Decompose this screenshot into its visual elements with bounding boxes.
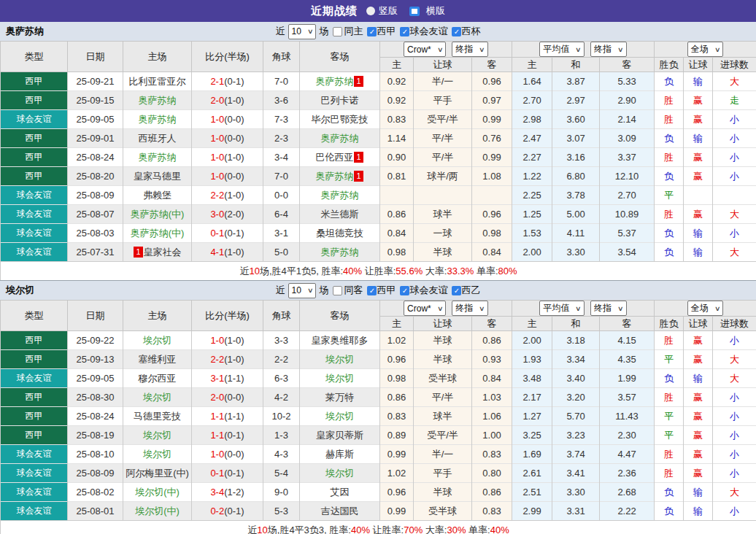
team-label: 赫库斯 xyxy=(325,449,354,460)
away-team-cell: 埃尔切 xyxy=(300,350,380,369)
avg-draw-odds-cell: 3.20 xyxy=(552,388,600,407)
team-label: 奥萨苏纳 xyxy=(139,114,177,125)
match-count-select[interactable]: 10∨ xyxy=(288,283,317,298)
team-label: 埃尔切 xyxy=(325,411,354,422)
handicap-result-cell: 赢 xyxy=(684,445,713,464)
crow-home-odds-cell: 0.99 xyxy=(380,445,414,464)
fulltime-score: 0-1 xyxy=(210,468,224,479)
goals-result-cell: 大 xyxy=(713,205,756,224)
goals-result-cell: 小 xyxy=(713,224,756,243)
home-team-cell: 比利亚雷亚尔 xyxy=(123,72,192,91)
final-odds-select[interactable]: 终指∨ xyxy=(452,301,488,316)
goals-result-cell: 走 xyxy=(713,91,756,110)
fulltime-score: 3-4 xyxy=(210,487,224,498)
crow-home-odds-cell: 1.02 xyxy=(380,464,414,483)
crow-home-odds-cell: 0.86 xyxy=(380,388,414,407)
away-team-cell: 奥萨苏纳1 xyxy=(300,167,380,186)
fulltime-score: 2-0 xyxy=(210,95,224,106)
crow-handicap-cell xyxy=(414,186,472,205)
final-odds-select[interactable]: 终指∨ xyxy=(452,42,488,57)
match-row: 球会友谊25-09-05穆尔西亚3-1(1-1)6-3埃尔切0.98受半球0.8… xyxy=(1,369,756,388)
team-label: 艾因 xyxy=(331,487,350,498)
goals-result-cell: 小 xyxy=(713,148,756,167)
avg-away-odds-cell: 2.90 xyxy=(600,91,655,110)
corners-cell: 3-4 xyxy=(263,148,300,167)
halftime-score: (1-1) xyxy=(224,411,244,422)
col-corner: 角球 xyxy=(263,42,300,72)
goals-result-cell: 大 xyxy=(713,483,756,502)
avg-draw-odds-cell: 5.00 xyxy=(552,205,600,224)
page-title: 近期战绩 xyxy=(311,4,358,18)
goals-result-cell: 小 xyxy=(713,426,756,445)
handicap-result-cell: 输 xyxy=(684,129,713,148)
scope-select[interactable]: 全场∨ xyxy=(687,301,724,316)
subcol-avg-away: 客 xyxy=(600,317,655,331)
league-checkbox-0[interactable]: ✓ xyxy=(367,27,377,36)
league-type-cell: 西甲 xyxy=(1,148,68,167)
score-cell: 2-2(1-0) xyxy=(192,350,263,369)
average-select[interactable]: 平均值∨ xyxy=(539,301,585,316)
match-count-select[interactable]: 10∨ xyxy=(288,24,317,39)
radio-selected-icon[interactable] xyxy=(409,7,420,16)
league-checkbox-1[interactable]: ✓ xyxy=(400,27,409,36)
subcol-handicap-result: 让球 xyxy=(684,317,713,331)
score-cell: 3-0(2-0) xyxy=(192,205,263,224)
crow-away-odds-cell: 1.00 xyxy=(472,426,512,445)
results-table: 类型 日期 主场 比分(半场) 角球 客场 Crow*∨ 终指∨ 平均值∨ 终指… xyxy=(0,41,756,280)
halftime-score: (1-0) xyxy=(224,95,244,106)
chevron-down-icon: ∨ xyxy=(575,305,582,312)
crow-handicap-cell: 半球 xyxy=(414,350,472,369)
col-corner: 角球 xyxy=(263,301,300,331)
avg-draw-odds-cell: 3.18 xyxy=(552,331,600,350)
scope-value: 全场 xyxy=(691,302,709,314)
scope-select[interactable]: 全场∨ xyxy=(687,42,724,57)
odds-source-select[interactable]: Crow*∨ xyxy=(404,301,446,316)
league-checkbox-2[interactable]: ✓ xyxy=(452,286,461,295)
radio-icon[interactable] xyxy=(366,7,375,15)
odds-source-select[interactable]: Crow*∨ xyxy=(404,42,446,57)
goals-result-cell: 大 xyxy=(713,350,756,369)
same-venue-checkbox[interactable] xyxy=(333,27,342,36)
final-odds-select-2[interactable]: 终指∨ xyxy=(590,301,627,316)
avg-home-odds-cell: 1.69 xyxy=(512,445,552,464)
halftime-score: (0-0) xyxy=(224,114,244,125)
date-cell: 25-09-05 xyxy=(68,369,123,388)
team-label: 塞维利亚 xyxy=(139,354,177,365)
average-select[interactable]: 平均值∨ xyxy=(539,42,585,57)
crow-home-odds-cell: 0.92 xyxy=(380,72,414,91)
score-cell: 1-0(1-0) xyxy=(192,331,263,350)
league-checkbox-0[interactable]: ✓ xyxy=(367,286,377,295)
average-value: 平均值 xyxy=(543,302,569,314)
date-cell: 25-08-01 xyxy=(68,502,123,521)
result-cell: 胜 xyxy=(655,91,684,110)
chevron-down-icon: ∨ xyxy=(437,46,444,53)
layout-option-horizontal[interactable]: 横版 xyxy=(406,4,445,18)
halftime-score: (1-0) xyxy=(224,190,244,201)
crow-home-odds-cell: 0.98 xyxy=(380,243,414,262)
radio-label: 横版 xyxy=(426,4,445,18)
filter-bar: 埃尔切 近 10∨ 场 同客 ✓西甲 ✓球会友谊 ✓西乙 xyxy=(0,280,756,300)
team-label: 奥萨苏纳 xyxy=(321,190,359,201)
crow-handicap-cell: 平手 xyxy=(414,464,472,483)
home-team-cell: 埃尔切(中) xyxy=(123,483,192,502)
avg-away-odds-cell: 2.14 xyxy=(600,110,655,129)
home-team-cell: 埃尔切 xyxy=(123,388,192,407)
away-team-cell: 奥萨苏纳1 xyxy=(300,72,380,91)
home-team-cell: 弗赖堡 xyxy=(123,186,192,205)
goals-result-cell: 大 xyxy=(713,369,756,388)
away-team-cell: 奥萨苏纳 xyxy=(300,129,380,148)
away-team-cell: 皇家贝蒂斯 xyxy=(300,426,380,445)
goals-result-cell: 大 xyxy=(713,72,756,91)
league-checkbox-2[interactable]: ✓ xyxy=(452,27,461,36)
final-odds-select-2[interactable]: 终指∨ xyxy=(590,42,627,57)
summary-row: 近10场,胜4平3负3, 胜率:40% 让胜率:70% 大率:30% 单率:40… xyxy=(1,521,756,534)
league-checkbox-1[interactable]: ✓ xyxy=(400,286,409,295)
same-venue-checkbox[interactable] xyxy=(333,286,342,295)
home-team-cell: 奥萨苏纳(中) xyxy=(123,205,192,224)
handicap-result-cell: 赢 xyxy=(684,205,713,224)
layout-option-vertical[interactable]: 竖版 xyxy=(366,4,398,18)
avg-home-odds-cell: 2.51 xyxy=(512,483,552,502)
handicap-result-cell: 输 xyxy=(684,483,713,502)
games-label: 场 xyxy=(319,284,328,297)
match-row: 西甲25-09-01西班牙人1-0(0-0)2-3奥萨苏纳1.14平/半0.76… xyxy=(1,129,756,148)
